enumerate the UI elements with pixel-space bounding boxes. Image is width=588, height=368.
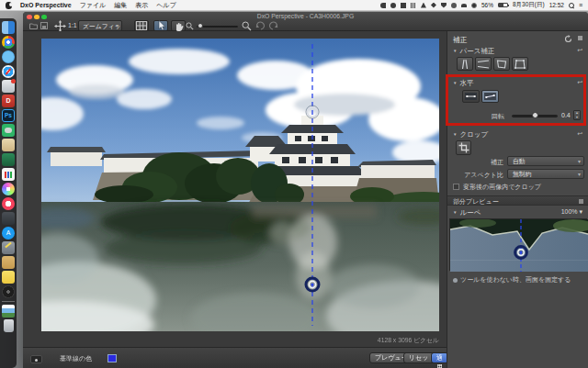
dock: D Ps ♪ A [0, 18, 17, 368]
photo-canvas[interactable] [41, 39, 439, 331]
crop-tool-icon[interactable] [456, 140, 471, 155]
crop-inside-label: 変形後の画像内でクロップ [463, 183, 541, 192]
dock-icon-photo-app[interactable] [2, 80, 15, 93]
apple-menu-icon[interactable] [6, 2, 12, 9]
dock-icon-disc-app[interactable] [2, 285, 15, 298]
dock-icon-image-file[interactable] [2, 305, 15, 318]
menubar-date[interactable]: 8月30日(日) [513, 1, 545, 9]
reset-all-icon[interactable] [564, 35, 572, 45]
crop-inside-checkbox[interactable] [453, 184, 459, 190]
horizontal-section-title: 水平 [459, 79, 473, 87]
app-menu-title[interactable]: DxO Perspective [20, 2, 72, 8]
menu-view[interactable]: 表示 [135, 1, 148, 10]
zoom-slider-thumb[interactable] [198, 23, 203, 28]
moon-icon[interactable] [380, 3, 386, 8]
dock-icon-itunes[interactable]: ♪ [2, 197, 15, 210]
dock-icon-app-store[interactable]: A [2, 227, 15, 240]
dock-icon-stickies[interactable] [2, 271, 15, 284]
correction-sidebar: 補正 パース補正 ↩ [447, 31, 588, 368]
move-icon[interactable] [53, 20, 66, 31]
panel-menu-icon[interactable] [578, 36, 582, 40]
save-file-icon[interactable] [40, 20, 49, 31]
dock-icon-utility-app[interactable] [2, 241, 15, 254]
baseline-color-swatch[interactable] [107, 354, 117, 362]
sidebar-header: 補正 [447, 35, 588, 45]
menu-file[interactable]: ファイル [80, 1, 107, 10]
dock-icon-safari[interactable] [2, 65, 15, 78]
section-crop: クロップ ↩ [447, 130, 588, 139]
dock-icon-notes-app[interactable] [2, 139, 15, 151]
aspect-ratio-dropdown[interactable]: 無制約 [507, 169, 584, 179]
eight-point-tool-icon[interactable] [512, 57, 528, 71]
grid-icon[interactable] [134, 20, 149, 31]
zoom-mode-dropdown[interactable]: ズームフィット [78, 20, 122, 31]
horizon-level-icon[interactable] [462, 90, 480, 103]
dock-icon-photos[interactable] [2, 183, 15, 195]
menu-bar: DxO Perspective ファイル 編集 表示 ヘルプ 56% 8月30日… [0, 0, 588, 11]
horizontal-reset-icon[interactable]: ↩ [577, 79, 582, 86]
window-chrome: DxO Perspective - CA3H0006.JPG 1:1 [23, 12, 588, 31]
dock-icon-chart-app[interactable] [2, 168, 15, 181]
partial-preview-header: 部分プレビュー [447, 195, 588, 206]
rotation-stepper[interactable]: ▲▼ [573, 110, 581, 120]
bluetooth-icon[interactable] [451, 3, 457, 8]
keyboard-icon[interactable] [411, 3, 416, 8]
perspective-reset-icon[interactable]: ↩ [577, 47, 582, 54]
dock-icon-evernote[interactable] [2, 124, 15, 137]
partial-preview-title: 部分プレビュー [453, 198, 499, 205]
force-vertical-icon[interactable] [457, 57, 473, 71]
dock-icon-trash[interactable] [4, 319, 14, 332]
crop-correction-dropdown[interactable]: 自動 [507, 156, 584, 166]
preview-detach-icon[interactable] [579, 199, 583, 204]
force-horizontal-icon[interactable] [475, 57, 492, 71]
select-arrow-icon[interactable] [153, 20, 168, 31]
dock-icon-finder[interactable] [2, 21, 15, 34]
loupe-zoom-dropdown[interactable]: 100% ▾ [561, 208, 582, 216]
section-perspective: パース補正 ↩ [447, 47, 588, 56]
bottom-bar: 基準線の色 プレヴュー リセット 適用 [23, 347, 447, 368]
menu-edit[interactable]: 編集 [114, 1, 127, 10]
wifi-icon[interactable] [461, 4, 467, 7]
rotation-slider-thumb[interactable] [532, 112, 538, 118]
zoom-100-button[interactable]: 1:1 [68, 22, 77, 28]
image-dimensions: 4128 x 3096 ピクセル [378, 336, 439, 345]
dock-icon-green-app[interactable] [2, 153, 15, 166]
canvas-area: 4128 x 3096 ピクセル [23, 31, 447, 347]
dock-icon-folder[interactable] [2, 256, 15, 269]
perspective-section-title: パース補正 [459, 47, 494, 55]
menu-help[interactable]: ヘルプ [156, 1, 176, 10]
pin-icon[interactable] [453, 278, 458, 283]
hand-icon[interactable] [171, 20, 186, 31]
dock-icon-photoshop[interactable]: Ps [2, 109, 15, 122]
menubar-time[interactable]: 12:52 [549, 2, 564, 8]
rectangle-tool-icon[interactable] [493, 57, 510, 71]
dock-icon-blue-app[interactable] [2, 50, 15, 63]
dock-icon-dxo[interactable]: D [2, 95, 15, 107]
undo-icon[interactable] [254, 20, 266, 31]
dropbox-icon[interactable] [401, 3, 406, 8]
zoom-in-icon[interactable] [241, 20, 252, 31]
zoom-out-icon[interactable] [185, 20, 194, 31]
battery-icon [498, 3, 508, 7]
cloud-icon[interactable] [421, 3, 426, 8]
lock-screen-row: ツールを使わない時、画面を固定する [447, 275, 588, 284]
sync-icon[interactable] [471, 3, 477, 8]
dock-icon-dark-app[interactable] [2, 212, 15, 225]
horizon-tilt-icon[interactable] [481, 90, 499, 103]
lock-screen-label[interactable]: ツールを使わない時、画面を固定する [460, 276, 571, 283]
dock-icon-chrome[interactable] [2, 36, 15, 49]
window-title: DxO Perspective - CA3H0006.JPG [23, 13, 588, 19]
open-file-icon[interactable] [28, 20, 38, 31]
redo-icon[interactable] [267, 20, 278, 31]
loupe-row: ルーペ 100% ▾ [447, 208, 588, 217]
crop-reset-icon[interactable]: ↩ [577, 130, 582, 138]
baseline-tool-icon[interactable] [30, 355, 42, 363]
notification-center-icon[interactable]: ≡ [579, 2, 582, 8]
section-horizontal: 水平 ↩ [447, 79, 588, 88]
bell-icon[interactable] [390, 3, 396, 8]
spotlight-icon[interactable] [569, 3, 574, 8]
droplet-icon[interactable] [431, 3, 436, 8]
rotation-value[interactable]: 0.4 [561, 112, 571, 118]
sidebar-title: 補正 [453, 36, 468, 44]
shield-icon[interactable] [441, 3, 447, 8]
